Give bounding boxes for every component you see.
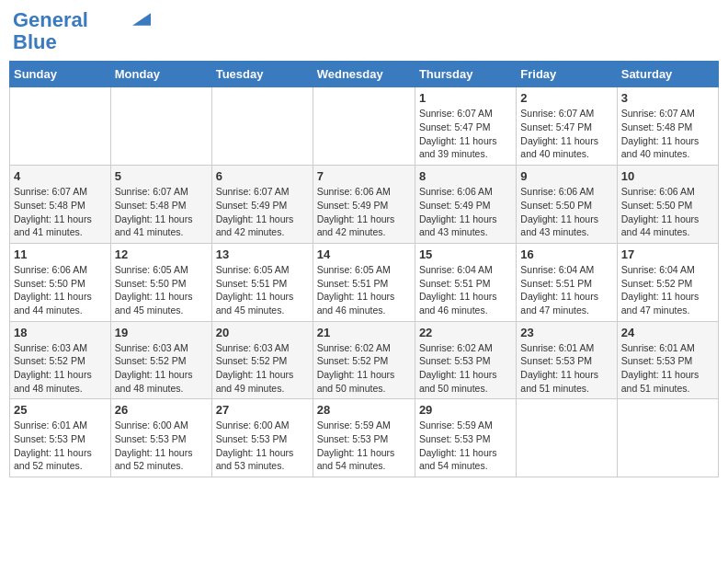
- calendar-cell: 20Sunrise: 6:03 AM Sunset: 5:52 PM Dayli…: [211, 321, 313, 399]
- day-info: Sunrise: 6:01 AM Sunset: 5:53 PM Dayligh…: [621, 341, 714, 396]
- day-info: Sunrise: 6:07 AM Sunset: 5:49 PM Dayligh…: [216, 185, 309, 239]
- day-number: 17: [621, 247, 714, 261]
- day-number: 27: [216, 403, 309, 417]
- day-info: Sunrise: 5:59 AM Sunset: 5:53 PM Dayligh…: [419, 419, 512, 473]
- calendar-cell: 14Sunrise: 6:05 AM Sunset: 5:51 PM Dayli…: [313, 243, 415, 321]
- calendar-cell: [10, 87, 111, 166]
- day-number: 3: [621, 91, 714, 105]
- day-info: Sunrise: 6:07 AM Sunset: 5:47 PM Dayligh…: [419, 107, 512, 161]
- calendar-cell: 5Sunrise: 6:07 AM Sunset: 5:48 PM Daylig…: [110, 166, 211, 244]
- calendar-table: SundayMondayTuesdayWednesdayThursdayFrid…: [9, 61, 719, 477]
- day-number: 21: [317, 326, 411, 339]
- day-info: Sunrise: 6:03 AM Sunset: 5:52 PM Dayligh…: [216, 341, 309, 396]
- day-number: 11: [14, 247, 107, 261]
- calendar-cell: 1Sunrise: 6:07 AM Sunset: 5:47 PM Daylig…: [415, 87, 516, 166]
- calendar-cell: 12Sunrise: 6:05 AM Sunset: 5:50 PM Dayli…: [110, 243, 211, 321]
- day-info: Sunrise: 6:03 AM Sunset: 5:52 PM Dayligh…: [14, 341, 107, 396]
- calendar-week-row: 25Sunrise: 6:01 AM Sunset: 5:53 PM Dayli…: [10, 399, 719, 477]
- calendar-cell: 9Sunrise: 6:06 AM Sunset: 5:50 PM Daylig…: [517, 166, 617, 244]
- day-number: 12: [115, 247, 208, 261]
- page-header: General Blue: [9, 9, 719, 53]
- day-number: 26: [115, 403, 208, 417]
- calendar-body: 1Sunrise: 6:07 AM Sunset: 5:47 PM Daylig…: [10, 87, 719, 477]
- day-number: 25: [14, 403, 107, 417]
- calendar-cell: 8Sunrise: 6:06 AM Sunset: 5:49 PM Daylig…: [415, 166, 516, 244]
- day-info: Sunrise: 5:59 AM Sunset: 5:53 PM Dayligh…: [317, 419, 411, 473]
- day-info: Sunrise: 6:02 AM Sunset: 5:52 PM Dayligh…: [317, 341, 411, 396]
- calendar-cell: [211, 87, 313, 166]
- calendar-cell: 15Sunrise: 6:04 AM Sunset: 5:51 PM Dayli…: [415, 243, 516, 321]
- calendar-cell: 21Sunrise: 6:02 AM Sunset: 5:52 PM Dayli…: [313, 321, 415, 399]
- day-number: 2: [520, 91, 612, 105]
- calendar-cell: 10Sunrise: 6:06 AM Sunset: 5:50 PM Dayli…: [617, 166, 718, 244]
- calendar-cell: 3Sunrise: 6:07 AM Sunset: 5:48 PM Daylig…: [617, 87, 718, 166]
- day-number: 22: [419, 326, 512, 339]
- day-number: 19: [115, 326, 208, 339]
- logo-text: General: [13, 9, 88, 31]
- day-number: 13: [216, 247, 309, 261]
- calendar-cell: 6Sunrise: 6:07 AM Sunset: 5:49 PM Daylig…: [211, 166, 313, 244]
- logo: General Blue: [13, 9, 151, 53]
- calendar-cell: 29Sunrise: 5:59 AM Sunset: 5:53 PM Dayli…: [415, 399, 516, 477]
- calendar-day-header: Saturday: [617, 62, 718, 87]
- day-info: Sunrise: 6:06 AM Sunset: 5:49 PM Dayligh…: [419, 185, 512, 239]
- calendar-week-row: 1Sunrise: 6:07 AM Sunset: 5:47 PM Daylig…: [10, 87, 719, 166]
- day-number: 16: [520, 247, 612, 261]
- day-info: Sunrise: 6:06 AM Sunset: 5:50 PM Dayligh…: [520, 185, 612, 239]
- calendar-cell: 2Sunrise: 6:07 AM Sunset: 5:47 PM Daylig…: [517, 87, 617, 166]
- day-number: 14: [317, 247, 411, 261]
- day-info: Sunrise: 6:07 AM Sunset: 5:48 PM Dayligh…: [621, 107, 714, 161]
- day-number: 6: [216, 169, 309, 183]
- day-info: Sunrise: 6:04 AM Sunset: 5:51 PM Dayligh…: [419, 263, 512, 317]
- calendar-cell: 22Sunrise: 6:02 AM Sunset: 5:53 PM Dayli…: [415, 321, 516, 399]
- calendar-cell: 28Sunrise: 5:59 AM Sunset: 5:53 PM Dayli…: [313, 399, 415, 477]
- day-number: 20: [216, 326, 309, 339]
- day-number: 5: [115, 169, 208, 183]
- day-number: 23: [520, 326, 612, 339]
- day-info: Sunrise: 6:05 AM Sunset: 5:51 PM Dayligh…: [216, 263, 309, 317]
- day-info: Sunrise: 6:00 AM Sunset: 5:53 PM Dayligh…: [115, 419, 208, 473]
- svg-marker-0: [132, 13, 151, 25]
- day-number: 8: [419, 169, 512, 183]
- day-info: Sunrise: 6:07 AM Sunset: 5:47 PM Dayligh…: [520, 107, 612, 161]
- day-number: 24: [621, 326, 714, 339]
- calendar-cell: 16Sunrise: 6:04 AM Sunset: 5:51 PM Dayli…: [517, 243, 617, 321]
- logo-blue-text: Blue: [13, 31, 57, 53]
- day-info: Sunrise: 6:07 AM Sunset: 5:48 PM Dayligh…: [14, 185, 107, 239]
- calendar-cell: 19Sunrise: 6:03 AM Sunset: 5:52 PM Dayli…: [110, 321, 211, 399]
- calendar-day-header: Sunday: [10, 62, 111, 87]
- day-info: Sunrise: 6:06 AM Sunset: 5:50 PM Dayligh…: [14, 263, 107, 317]
- day-info: Sunrise: 6:07 AM Sunset: 5:48 PM Dayligh…: [115, 185, 208, 239]
- day-info: Sunrise: 6:01 AM Sunset: 5:53 PM Dayligh…: [520, 341, 612, 396]
- calendar-header-row: SundayMondayTuesdayWednesdayThursdayFrid…: [10, 62, 719, 87]
- day-number: 10: [621, 169, 714, 183]
- calendar-cell: 13Sunrise: 6:05 AM Sunset: 5:51 PM Dayli…: [211, 243, 313, 321]
- day-number: 29: [419, 403, 512, 417]
- calendar-cell: 11Sunrise: 6:06 AM Sunset: 5:50 PM Dayli…: [10, 243, 111, 321]
- calendar-cell: 27Sunrise: 6:00 AM Sunset: 5:53 PM Dayli…: [211, 399, 313, 477]
- calendar-cell: 4Sunrise: 6:07 AM Sunset: 5:48 PM Daylig…: [10, 166, 111, 244]
- calendar-cell: 23Sunrise: 6:01 AM Sunset: 5:53 PM Dayli…: [517, 321, 617, 399]
- day-info: Sunrise: 6:00 AM Sunset: 5:53 PM Dayligh…: [216, 419, 309, 473]
- calendar-cell: 24Sunrise: 6:01 AM Sunset: 5:53 PM Dayli…: [617, 321, 718, 399]
- day-info: Sunrise: 6:05 AM Sunset: 5:50 PM Dayligh…: [115, 263, 208, 317]
- calendar-cell: 25Sunrise: 6:01 AM Sunset: 5:53 PM Dayli…: [10, 399, 111, 477]
- day-info: Sunrise: 6:02 AM Sunset: 5:53 PM Dayligh…: [419, 341, 512, 396]
- day-info: Sunrise: 6:06 AM Sunset: 5:49 PM Dayligh…: [317, 185, 411, 239]
- calendar-day-header: Friday: [517, 62, 617, 87]
- day-number: 1: [419, 91, 512, 105]
- day-number: 9: [520, 169, 612, 183]
- calendar-cell: [313, 87, 415, 166]
- calendar-cell: 17Sunrise: 6:04 AM Sunset: 5:52 PM Dayli…: [617, 243, 718, 321]
- calendar-week-row: 11Sunrise: 6:06 AM Sunset: 5:50 PM Dayli…: [10, 243, 719, 321]
- calendar-week-row: 4Sunrise: 6:07 AM Sunset: 5:48 PM Daylig…: [10, 166, 719, 244]
- calendar-day-header: Wednesday: [313, 62, 415, 87]
- calendar-cell: 26Sunrise: 6:00 AM Sunset: 5:53 PM Dayli…: [110, 399, 211, 477]
- calendar-day-header: Thursday: [415, 62, 516, 87]
- day-number: 15: [419, 247, 512, 261]
- calendar-cell: [517, 399, 617, 477]
- day-info: Sunrise: 6:05 AM Sunset: 5:51 PM Dayligh…: [317, 263, 411, 317]
- calendar-cell: [110, 87, 211, 166]
- day-info: Sunrise: 6:04 AM Sunset: 5:51 PM Dayligh…: [520, 263, 612, 317]
- day-number: 7: [317, 169, 411, 183]
